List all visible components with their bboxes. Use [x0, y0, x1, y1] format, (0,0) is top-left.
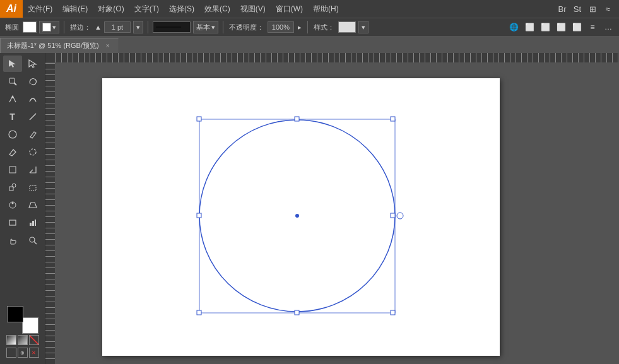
type-tool[interactable]: T	[3, 109, 22, 125]
fill-swatch[interactable]	[23, 21, 37, 33]
align-bottom-icon[interactable]: ⬜	[554, 20, 568, 34]
opacity-input[interactable]	[268, 21, 294, 33]
handle-top-right[interactable]	[391, 117, 395, 121]
direct-selection-tool[interactable]	[23, 56, 42, 72]
svg-point-4	[9, 131, 16, 138]
back-draw-icon[interactable]: ⊕	[18, 348, 28, 358]
ruler-h-ticks	[56, 53, 619, 62]
stroke-width-input[interactable]	[104, 21, 131, 33]
align-top-icon[interactable]: ⬜	[538, 20, 552, 34]
handle-bottom-left[interactable]	[197, 310, 201, 315]
scale-tool[interactable]	[23, 161, 42, 178]
handle-direction-right[interactable]	[397, 213, 403, 219]
toolbox: T	[0, 53, 45, 364]
svg-point-8	[12, 184, 16, 187]
handle-top-center[interactable]	[295, 117, 299, 121]
svg-line-16	[34, 242, 37, 244]
stroke-width-dropdown[interactable]: ▾	[133, 21, 143, 33]
hand-tool[interactable]	[3, 232, 22, 249]
align-right-icon[interactable]: ⬜	[522, 20, 536, 34]
stroke-type-dropdown[interactable]: 基本 ▾	[193, 21, 218, 33]
normal-draw-icon[interactable]	[6, 348, 16, 358]
inside-draw-icon[interactable]: ✕	[29, 348, 39, 358]
opacity-arrow[interactable]: ▸	[297, 23, 303, 32]
shape-builder-tool[interactable]	[3, 179, 22, 196]
toolbox-bottom: ⊕ ✕	[1, 303, 44, 361]
color-swatches	[7, 306, 38, 334]
align-left-icon[interactable]: 🌐	[507, 20, 521, 34]
menu-help[interactable]: 帮助(H)	[308, 0, 344, 18]
tab-close-button[interactable]: ×	[104, 42, 112, 50]
rectangle-tool[interactable]	[3, 214, 22, 231]
ruler-v-ticks	[45, 63, 55, 364]
handle-middle-right[interactable]	[391, 213, 395, 218]
graph-tool[interactable]	[23, 214, 42, 231]
bridge-icon[interactable]: Br	[556, 3, 569, 15]
menu-effect[interactable]: 效果(C)	[199, 0, 235, 18]
tool-row-3	[1, 91, 44, 107]
background-color-swatch[interactable]	[22, 317, 38, 334]
more-icon[interactable]: …	[601, 20, 615, 34]
stroke-type-arrow: ▾	[211, 23, 215, 32]
style-label: 样式：	[312, 23, 336, 32]
menu-object[interactable]: 对象(O)	[93, 0, 129, 18]
perspective-tool[interactable]	[23, 197, 42, 213]
canvas-svg	[102, 78, 500, 356]
svg-rect-11	[9, 220, 16, 225]
menu-view[interactable]: 视图(V)	[235, 0, 271, 18]
tab-untitled[interactable]: 未标题-1* @ 51% (RGB/预览) ×	[0, 38, 119, 53]
eraser-tool[interactable]	[3, 144, 22, 160]
menu-window[interactable]: 窗口(W)	[271, 0, 308, 18]
ellipse-tool[interactable]	[3, 126, 22, 143]
stroke-style-dropdown[interactable]: ▾	[39, 21, 59, 33]
line-tool[interactable]	[23, 109, 42, 125]
color-mode-icons	[4, 334, 41, 346]
distribute-h-icon[interactable]: ⬜	[570, 20, 584, 34]
gradient-mode-icon[interactable]	[18, 335, 28, 345]
stroke-preview[interactable]	[153, 21, 191, 33]
foreground-color-swatch[interactable]	[7, 306, 23, 322]
workspace-icon[interactable]: ⊞	[586, 3, 599, 15]
rotate-tool[interactable]	[23, 144, 42, 160]
free-transform-tool[interactable]	[23, 179, 42, 196]
curvature-tool[interactable]	[23, 91, 42, 107]
lasso-tool[interactable]	[23, 73, 42, 90]
distribute-v-icon[interactable]: ≡	[586, 20, 599, 34]
app-logo: Ai	[0, 0, 23, 18]
handle-bottom-right[interactable]	[391, 310, 395, 315]
paintbrush-tool[interactable]	[23, 126, 42, 143]
ruler-horizontal	[56, 53, 619, 63]
tool-row-9	[1, 197, 44, 213]
color-mode-icon[interactable]	[6, 335, 16, 345]
svg-rect-1	[9, 78, 15, 83]
style-swatch[interactable]	[338, 21, 356, 33]
svg-point-5	[30, 149, 36, 155]
selection-tool[interactable]	[3, 56, 22, 72]
ruler-corner	[45, 53, 56, 63]
stock-icon[interactable]: St	[571, 3, 584, 15]
menu-type[interactable]: 文字(T)	[129, 0, 164, 18]
style-dropdown[interactable]: ▾	[358, 21, 368, 33]
separator-2	[148, 21, 148, 33]
magic-wand-tool[interactable]	[3, 73, 22, 90]
tool-row-11	[1, 232, 44, 249]
pen-tool[interactable]	[3, 91, 22, 107]
menu-select[interactable]: 选择(S)	[164, 0, 199, 18]
canvas-page	[102, 78, 500, 356]
menu-file[interactable]: 文件(F)	[23, 0, 57, 18]
puppet-warp-tool[interactable]	[3, 197, 22, 213]
handle-middle-left[interactable]	[197, 213, 201, 218]
stroke-width-up[interactable]: ▲	[95, 23, 102, 31]
stroke-type-label: 基本	[196, 23, 210, 32]
menu-edit[interactable]: 编辑(E)	[57, 0, 93, 18]
right-toolbar-icons: 🌐 ⬜ ⬜ ⬜ ⬜ ≡ …	[507, 20, 615, 34]
none-fill-icon[interactable]	[29, 335, 39, 345]
handle-top-left[interactable]	[197, 117, 201, 121]
search-icon[interactable]: ≈	[601, 3, 614, 15]
zoom-tool[interactable]	[23, 232, 42, 249]
tool-row-7	[1, 161, 44, 178]
reflect-tool[interactable]	[3, 161, 22, 178]
canvas-area	[45, 53, 619, 364]
svg-point-10	[11, 203, 13, 204]
handle-bottom-center[interactable]	[295, 310, 299, 315]
